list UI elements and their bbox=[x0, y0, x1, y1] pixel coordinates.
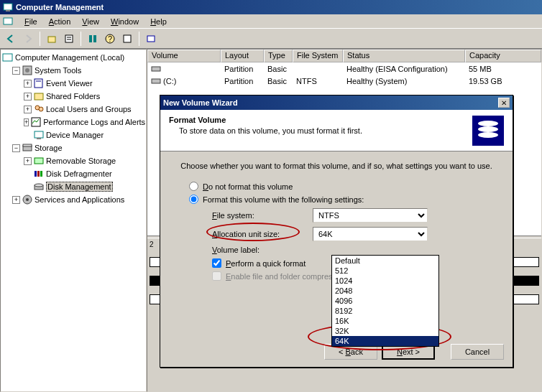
forward-button bbox=[20, 31, 36, 47]
tree-storage[interactable]: − Storage bbox=[2, 141, 144, 154]
radio-do-not-format[interactable]: Do not format this volume bbox=[189, 182, 497, 191]
back-button[interactable] bbox=[3, 31, 19, 47]
dropdown-option[interactable]: 512 bbox=[332, 266, 438, 276]
col-fs[interactable]: File System bbox=[293, 50, 343, 62]
wizard-heading: Format Volume bbox=[169, 116, 472, 124]
export-button[interactable] bbox=[119, 31, 135, 47]
volume-label-label: Volume label: bbox=[212, 246, 313, 254]
menubar: File Action View Window Help bbox=[0, 14, 542, 29]
wizard-subheading: To store data on this volume, you must f… bbox=[169, 126, 472, 135]
col-status[interactable]: Status bbox=[343, 50, 465, 62]
col-volume[interactable]: Volume bbox=[147, 50, 221, 62]
tree-sharedfolders[interactable]: + Shared Folders bbox=[2, 90, 144, 103]
disk-icon bbox=[151, 65, 161, 73]
list-header: Volume Layout Type File System Status Ca… bbox=[147, 50, 541, 62]
allocation-unit-dropdown-list[interactable]: Default 512 1024 2048 4096 8192 16K 32K … bbox=[331, 255, 439, 347]
radio-input[interactable] bbox=[189, 195, 198, 204]
svg-rect-3 bbox=[48, 37, 55, 42]
collapse-icon[interactable]: − bbox=[12, 67, 20, 75]
svg-rect-4 bbox=[65, 35, 73, 42]
tree-eventviewer[interactable]: + Event Viewer bbox=[2, 77, 144, 90]
tree-perflogs[interactable]: + Performance Logs and Alerts bbox=[2, 116, 144, 129]
wizard-intro: Choose whether you want to format this v… bbox=[176, 162, 497, 170]
svg-rect-22 bbox=[35, 131, 43, 138]
allocation-unit-row: Allocation unit size: 64K bbox=[212, 227, 497, 241]
disk-icon bbox=[151, 77, 161, 85]
settings-button[interactable] bbox=[143, 31, 159, 47]
help-button[interactable]: ? bbox=[102, 31, 118, 47]
collapse-icon[interactable]: − bbox=[12, 144, 20, 152]
expand-icon[interactable]: + bbox=[24, 93, 32, 101]
table-row[interactable]: (C:) Partition Basic NTFS Healthy (Syste… bbox=[147, 75, 541, 87]
radio-input[interactable] bbox=[189, 182, 198, 191]
dropdown-option-selected[interactable]: 64K bbox=[332, 336, 438, 346]
menu-help[interactable]: Help bbox=[144, 16, 173, 27]
file-system-select[interactable]: NTFS bbox=[313, 208, 428, 223]
expand-icon[interactable]: + bbox=[24, 80, 32, 88]
svg-point-20 bbox=[39, 107, 43, 111]
expand-icon[interactable]: + bbox=[24, 157, 32, 165]
svg-rect-7 bbox=[89, 35, 92, 42]
up-button[interactable] bbox=[44, 31, 60, 47]
dropdown-option[interactable]: 4096 bbox=[332, 296, 438, 306]
svg-rect-27 bbox=[35, 171, 37, 177]
wizard-header: Format Volume To store data on this volu… bbox=[160, 110, 513, 151]
svg-rect-34 bbox=[152, 67, 160, 71]
expand-icon[interactable]: + bbox=[12, 196, 20, 204]
dropdown-option[interactable]: 16K bbox=[332, 316, 438, 326]
tree-localusers[interactable]: + Local Users and Groups bbox=[2, 103, 144, 116]
svg-point-31 bbox=[35, 184, 43, 187]
tree-devmgr[interactable]: Device Manager bbox=[2, 129, 144, 141]
col-type[interactable]: Type bbox=[264, 50, 293, 62]
expand-icon[interactable]: + bbox=[24, 118, 29, 126]
dropdown-option[interactable]: 32K bbox=[332, 326, 438, 336]
radio-format-with-settings[interactable]: Format this volume with the following se… bbox=[189, 195, 497, 204]
svg-rect-28 bbox=[37, 171, 40, 177]
quick-format-checkbox[interactable] bbox=[212, 258, 221, 268]
cancel-button[interactable]: Cancel bbox=[451, 344, 504, 360]
properties-button[interactable] bbox=[61, 31, 77, 47]
svg-point-38 bbox=[478, 132, 498, 138]
tree-diskmgmt[interactable]: Disk Management bbox=[2, 180, 144, 193]
svg-rect-29 bbox=[40, 171, 42, 177]
svg-rect-21 bbox=[32, 118, 40, 126]
svg-text:?: ? bbox=[108, 34, 112, 43]
tree-services[interactable]: + Services and Applications bbox=[2, 193, 144, 206]
file-system-label: File system: bbox=[212, 211, 313, 220]
refresh-button[interactable] bbox=[85, 31, 101, 47]
dropdown-option[interactable]: 2048 bbox=[332, 286, 438, 296]
svg-rect-8 bbox=[93, 35, 96, 42]
svg-rect-25 bbox=[23, 144, 32, 146]
allocation-unit-label: Allocation unit size: bbox=[212, 230, 313, 238]
tree-pane[interactable]: Computer Management (Local) − System Too… bbox=[0, 49, 147, 392]
menu-file[interactable]: File bbox=[19, 16, 43, 27]
svg-point-37 bbox=[478, 126, 498, 132]
tree-root[interactable]: Computer Management (Local) bbox=[2, 51, 144, 64]
allocation-unit-select[interactable]: 64K bbox=[313, 227, 428, 241]
main-titlebar: Computer Management bbox=[0, 0, 542, 14]
svg-point-15 bbox=[25, 68, 29, 73]
col-layout[interactable]: Layout bbox=[221, 50, 264, 62]
svg-rect-18 bbox=[35, 93, 43, 100]
svg-rect-13 bbox=[3, 54, 12, 61]
tree-defrag[interactable]: Disk Defragmenter bbox=[2, 167, 144, 180]
close-button[interactable]: ✕ bbox=[498, 98, 510, 108]
dropdown-option[interactable]: 8192 bbox=[332, 306, 438, 316]
app-icon bbox=[3, 2, 13, 12]
svg-rect-16 bbox=[35, 79, 42, 88]
dropdown-option[interactable]: 1024 bbox=[332, 276, 438, 286]
svg-rect-2 bbox=[4, 18, 12, 24]
menu-action[interactable]: Action bbox=[43, 16, 77, 27]
dropdown-option[interactable]: Default bbox=[332, 256, 438, 266]
menu-window[interactable]: Window bbox=[105, 16, 144, 27]
expand-icon[interactable]: + bbox=[24, 106, 32, 113]
tree-removable[interactable]: + Removable Storage bbox=[2, 154, 144, 167]
svg-point-36 bbox=[478, 121, 498, 126]
col-capacity[interactable]: Capacity bbox=[465, 50, 541, 62]
menu-view[interactable]: View bbox=[76, 16, 105, 27]
tree-systools[interactable]: − System Tools bbox=[2, 64, 144, 77]
wizard-titlebar: New Volume Wizard ✕ bbox=[160, 95, 513, 110]
toolbar: ? bbox=[0, 29, 542, 49]
menu-app-icon bbox=[3, 17, 14, 27]
table-row[interactable]: Partition Basic Healthy (EISA Configurat… bbox=[147, 62, 541, 75]
